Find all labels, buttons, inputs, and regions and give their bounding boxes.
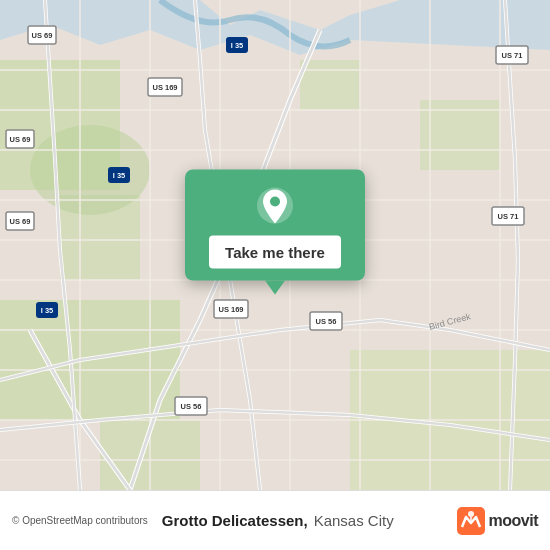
svg-text:US 69: US 69 bbox=[10, 217, 31, 226]
bottom-bar: © OpenStreetMap contributors Grotto Deli… bbox=[0, 490, 550, 550]
svg-text:US 69: US 69 bbox=[32, 31, 53, 40]
svg-point-8 bbox=[30, 125, 150, 215]
moovit-icon bbox=[457, 507, 485, 535]
svg-point-52 bbox=[270, 197, 280, 207]
moovit-wordmark: moovit bbox=[489, 512, 538, 530]
take-me-there-button[interactable]: Take me there bbox=[209, 236, 341, 269]
svg-text:I 35: I 35 bbox=[41, 306, 54, 315]
copyright-text: © OpenStreetMap contributors bbox=[12, 515, 148, 526]
popup-card: Take me there bbox=[185, 170, 365, 281]
svg-rect-4 bbox=[300, 60, 360, 110]
svg-text:US 71: US 71 bbox=[498, 212, 519, 221]
svg-text:I 35: I 35 bbox=[113, 171, 126, 180]
svg-point-54 bbox=[468, 511, 474, 517]
moovit-logo: moovit bbox=[457, 507, 538, 535]
svg-text:US 71: US 71 bbox=[502, 51, 523, 60]
location-name: Grotto Delicatessen, bbox=[162, 512, 308, 529]
svg-text:I 35: I 35 bbox=[231, 41, 244, 50]
svg-text:US 56: US 56 bbox=[181, 402, 202, 411]
location-city: Kansas City bbox=[314, 512, 394, 529]
svg-text:US 169: US 169 bbox=[218, 305, 243, 314]
svg-text:US 56: US 56 bbox=[316, 317, 337, 326]
location-pin-icon bbox=[255, 186, 295, 226]
map-container[interactable]: Bird Creek US 69 US 69 US 69 US 169 US 1… bbox=[0, 0, 550, 490]
svg-text:US 69: US 69 bbox=[10, 135, 31, 144]
svg-text:US 169: US 169 bbox=[152, 83, 177, 92]
location-info: Grotto Delicatessen, Kansas City bbox=[162, 512, 394, 529]
